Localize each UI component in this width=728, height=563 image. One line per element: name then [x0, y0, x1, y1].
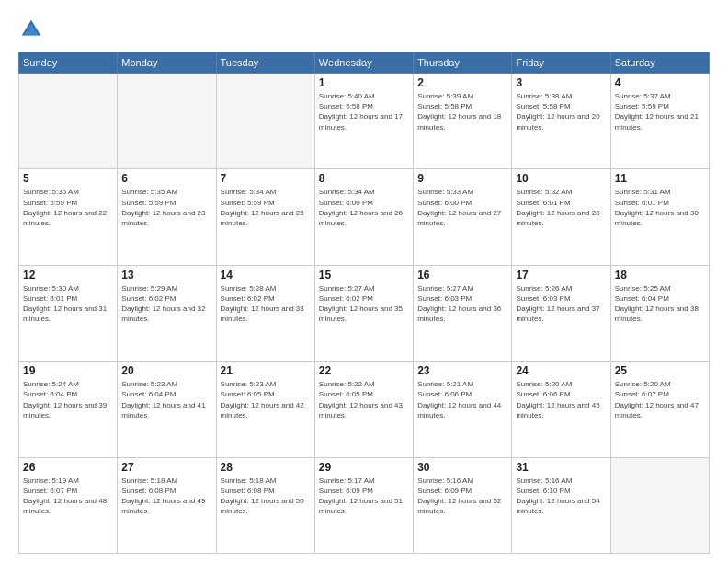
calendar-cell: 15Sunrise: 5:27 AM Sunset: 6:02 PM Dayli…	[314, 265, 413, 361]
calendar-cell: 1Sunrise: 5:40 AM Sunset: 5:58 PM Daylig…	[314, 74, 413, 169]
calendar-cell: 6Sunrise: 5:35 AM Sunset: 5:59 PM Daylig…	[118, 169, 216, 265]
calendar-cell: 20Sunrise: 5:23 AM Sunset: 6:04 PM Dayli…	[118, 362, 216, 457]
calendar-week-row: 1Sunrise: 5:40 AM Sunset: 5:58 PM Daylig…	[19, 74, 710, 169]
calendar-cell: 24Sunrise: 5:20 AM Sunset: 6:06 PM Dayli…	[512, 362, 610, 457]
day-number: 15	[319, 269, 409, 282]
calendar-cell: 17Sunrise: 5:26 AM Sunset: 6:03 PM Dayli…	[512, 265, 610, 361]
day-number: 29	[319, 461, 409, 474]
calendar-cell: 12Sunrise: 5:30 AM Sunset: 6:01 PM Dayli…	[19, 265, 118, 361]
day-number: 8	[319, 172, 409, 185]
day-number: 11	[615, 172, 705, 185]
day-info: Sunrise: 5:32 AM Sunset: 6:01 PM Dayligh…	[516, 187, 606, 228]
day-number: 12	[23, 269, 113, 282]
weekday-header-row: SundayMondayTuesdayWednesdayThursdayFrid…	[19, 52, 710, 74]
calendar-cell: 7Sunrise: 5:34 AM Sunset: 5:59 PM Daylig…	[216, 169, 314, 265]
day-number: 24	[516, 364, 606, 377]
day-number: 16	[417, 269, 507, 282]
day-number: 6	[121, 172, 211, 185]
day-number: 27	[121, 461, 211, 474]
weekday-header: Saturday	[610, 52, 709, 74]
calendar-cell: 21Sunrise: 5:23 AM Sunset: 6:05 PM Dayli…	[216, 362, 314, 457]
day-number: 3	[516, 76, 606, 89]
calendar-cell: 9Sunrise: 5:33 AM Sunset: 6:00 PM Daylig…	[414, 169, 512, 265]
day-info: Sunrise: 5:16 AM Sunset: 6:10 PM Dayligh…	[516, 476, 606, 517]
calendar-week-row: 26Sunrise: 5:19 AM Sunset: 6:07 PM Dayli…	[19, 457, 710, 553]
day-info: Sunrise: 5:34 AM Sunset: 6:00 PM Dayligh…	[319, 187, 409, 228]
calendar-cell: 8Sunrise: 5:34 AM Sunset: 6:00 PM Daylig…	[314, 169, 413, 265]
calendar-cell: 27Sunrise: 5:18 AM Sunset: 6:08 PM Dayli…	[118, 457, 216, 553]
day-info: Sunrise: 5:35 AM Sunset: 5:59 PM Dayligh…	[121, 187, 211, 228]
day-number: 1	[319, 76, 409, 89]
day-info: Sunrise: 5:39 AM Sunset: 5:58 PM Dayligh…	[417, 91, 507, 132]
day-info: Sunrise: 5:34 AM Sunset: 5:59 PM Dayligh…	[221, 187, 311, 228]
day-number: 31	[516, 461, 606, 474]
day-number: 20	[121, 364, 211, 377]
calendar-cell: 5Sunrise: 5:36 AM Sunset: 5:59 PM Daylig…	[19, 169, 118, 265]
day-info: Sunrise: 5:40 AM Sunset: 5:58 PM Dayligh…	[319, 91, 409, 132]
day-number: 21	[221, 364, 311, 377]
logo-icon	[18, 17, 44, 42]
day-info: Sunrise: 5:23 AM Sunset: 6:04 PM Dayligh…	[121, 379, 211, 420]
calendar-cell: 2Sunrise: 5:39 AM Sunset: 5:58 PM Daylig…	[414, 74, 512, 169]
day-info: Sunrise: 5:16 AM Sunset: 6:09 PM Dayligh…	[417, 476, 507, 517]
day-info: Sunrise: 5:18 AM Sunset: 6:08 PM Dayligh…	[221, 476, 311, 517]
day-info: Sunrise: 5:22 AM Sunset: 6:05 PM Dayligh…	[319, 379, 409, 420]
weekday-header: Sunday	[19, 52, 118, 74]
weekday-header: Tuesday	[216, 52, 314, 74]
day-number: 19	[23, 364, 113, 377]
day-info: Sunrise: 5:20 AM Sunset: 6:07 PM Dayligh…	[615, 379, 705, 420]
day-info: Sunrise: 5:33 AM Sunset: 6:00 PM Dayligh…	[417, 187, 507, 228]
header	[18, 17, 710, 42]
calendar-cell	[19, 74, 118, 169]
calendar-week-row: 5Sunrise: 5:36 AM Sunset: 5:59 PM Daylig…	[19, 169, 710, 265]
day-info: Sunrise: 5:20 AM Sunset: 6:06 PM Dayligh…	[516, 379, 606, 420]
day-info: Sunrise: 5:31 AM Sunset: 6:01 PM Dayligh…	[615, 187, 705, 228]
calendar-cell	[610, 457, 709, 553]
day-info: Sunrise: 5:27 AM Sunset: 6:03 PM Dayligh…	[417, 283, 507, 325]
calendar-cell: 19Sunrise: 5:24 AM Sunset: 6:04 PM Dayli…	[19, 362, 118, 457]
day-number: 18	[615, 269, 705, 282]
calendar-cell: 23Sunrise: 5:21 AM Sunset: 6:06 PM Dayli…	[414, 362, 512, 457]
calendar-cell: 13Sunrise: 5:29 AM Sunset: 6:02 PM Dayli…	[118, 265, 216, 361]
calendar-cell: 14Sunrise: 5:28 AM Sunset: 6:02 PM Dayli…	[216, 265, 314, 361]
day-number: 13	[121, 269, 211, 282]
day-number: 7	[221, 172, 311, 185]
day-number: 9	[417, 172, 507, 185]
calendar-cell: 28Sunrise: 5:18 AM Sunset: 6:08 PM Dayli…	[216, 457, 314, 553]
day-number: 17	[516, 269, 606, 282]
weekday-header: Monday	[118, 52, 216, 74]
calendar-cell: 30Sunrise: 5:16 AM Sunset: 6:09 PM Dayli…	[414, 457, 512, 553]
calendar-cell: 3Sunrise: 5:38 AM Sunset: 5:58 PM Daylig…	[512, 74, 610, 169]
day-number: 23	[417, 364, 507, 377]
calendar-cell: 29Sunrise: 5:17 AM Sunset: 6:09 PM Dayli…	[314, 457, 413, 553]
day-number: 25	[615, 364, 705, 377]
day-info: Sunrise: 5:26 AM Sunset: 6:03 PM Dayligh…	[516, 283, 606, 325]
day-number: 28	[221, 461, 311, 474]
weekday-header: Wednesday	[314, 52, 413, 74]
day-number: 5	[23, 172, 113, 185]
day-info: Sunrise: 5:19 AM Sunset: 6:07 PM Dayligh…	[23, 476, 113, 517]
weekday-header: Thursday	[414, 52, 512, 74]
day-number: 4	[615, 76, 705, 89]
calendar-week-row: 12Sunrise: 5:30 AM Sunset: 6:01 PM Dayli…	[19, 265, 710, 361]
day-info: Sunrise: 5:23 AM Sunset: 6:05 PM Dayligh…	[221, 379, 311, 420]
day-number: 30	[417, 461, 507, 474]
day-info: Sunrise: 5:21 AM Sunset: 6:06 PM Dayligh…	[417, 379, 507, 420]
day-number: 26	[23, 461, 113, 474]
weekday-header: Friday	[512, 52, 610, 74]
day-info: Sunrise: 5:29 AM Sunset: 6:02 PM Dayligh…	[121, 283, 211, 325]
day-number: 10	[516, 172, 606, 185]
day-number: 14	[221, 269, 311, 282]
day-info: Sunrise: 5:38 AM Sunset: 5:58 PM Dayligh…	[516, 91, 606, 132]
day-info: Sunrise: 5:37 AM Sunset: 5:59 PM Dayligh…	[615, 91, 705, 132]
day-info: Sunrise: 5:27 AM Sunset: 6:02 PM Dayligh…	[319, 283, 409, 325]
page: SundayMondayTuesdayWednesdayThursdayFrid…	[0, 0, 728, 563]
day-number: 22	[319, 364, 409, 377]
calendar-cell: 10Sunrise: 5:32 AM Sunset: 6:01 PM Dayli…	[512, 169, 610, 265]
calendar-cell	[118, 74, 216, 169]
day-number: 2	[417, 76, 507, 89]
calendar-cell: 31Sunrise: 5:16 AM Sunset: 6:10 PM Dayli…	[512, 457, 610, 553]
calendar-cell	[216, 74, 314, 169]
day-info: Sunrise: 5:36 AM Sunset: 5:59 PM Dayligh…	[23, 187, 113, 228]
day-info: Sunrise: 5:18 AM Sunset: 6:08 PM Dayligh…	[121, 476, 211, 517]
